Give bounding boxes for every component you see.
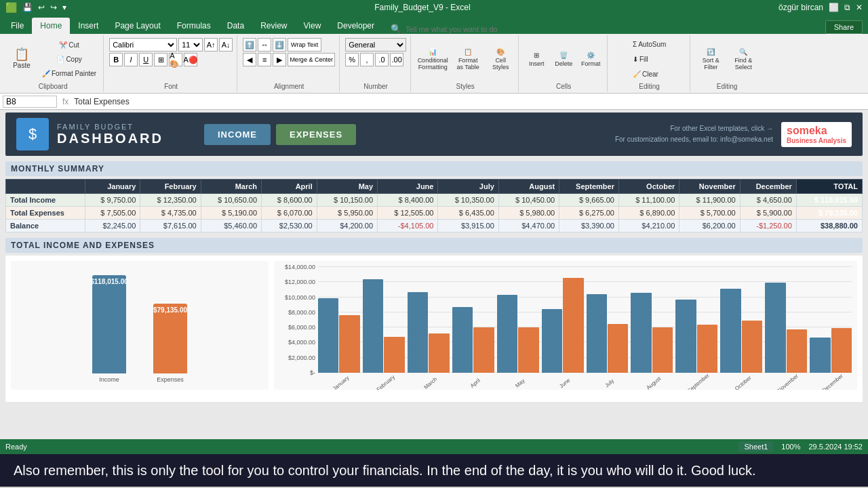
tab-review[interactable]: Review (252, 18, 295, 34)
cell-reference-input[interactable] (3, 96, 57, 108)
italic-button[interactable]: I (124, 53, 138, 66)
number-format-select[interactable]: General (345, 38, 406, 52)
data-cell[interactable]: $ 5,950.00 (317, 207, 377, 220)
font-color-button[interactable]: A🔴 (184, 53, 197, 66)
bold-button[interactable]: B (109, 53, 123, 66)
data-cell[interactable]: $ 5,190.00 (201, 207, 261, 220)
align-bottom-button[interactable]: ⬇️ (273, 38, 286, 52)
undo-icon[interactable]: ↩ (38, 3, 45, 12)
cut-button[interactable]: ✂️ Cut (39, 38, 99, 52)
merge-center-button[interactable]: Merge & Center (288, 53, 335, 66)
data-cell[interactable]: $ 79,135.00 (796, 207, 862, 220)
data-cell[interactable]: $4,200.00 (317, 220, 377, 232)
paste-button[interactable]: 📋 Paste (7, 38, 37, 79)
tab-home[interactable]: Home (32, 18, 70, 34)
data-cell[interactable]: $4,470.00 (498, 220, 559, 232)
font-grow-button[interactable]: A↑ (204, 38, 218, 52)
data-cell[interactable]: $ 5,900.00 (740, 207, 796, 220)
data-cell[interactable]: $ 11,100.00 (618, 194, 679, 207)
font-shrink-button[interactable]: A↓ (219, 38, 233, 52)
copy-button[interactable]: 📄 Copy (39, 52, 99, 66)
data-cell[interactable]: $ 6,070.00 (262, 207, 317, 220)
format-cells-button[interactable]: ⚙️ Format (578, 41, 603, 78)
sort-filter-button[interactable]: 🔃 Sort & Filter (696, 41, 726, 78)
tab-file[interactable]: File (3, 18, 32, 34)
align-top-button[interactable]: ⬆️ (243, 38, 256, 52)
percent-button[interactable]: % (345, 53, 359, 66)
data-cell[interactable]: $ 6,275.00 (559, 207, 619, 220)
tab-developer[interactable]: Developer (329, 18, 382, 34)
data-cell[interactable]: $ 5,980.00 (498, 207, 559, 220)
layout-icon[interactable]: ⬜ (829, 3, 839, 12)
data-cell[interactable]: $ 9,665.00 (559, 194, 619, 207)
data-cell[interactable]: $3,390.00 (559, 220, 619, 232)
share-button[interactable]: Share (825, 20, 863, 34)
find-select-button[interactable]: 🔍 Find & Select (728, 41, 758, 78)
tab-page-layout[interactable]: Page Layout (106, 18, 168, 34)
data-cell[interactable]: $ 12,350.00 (140, 194, 201, 207)
tab-formulas[interactable]: Formulas (169, 18, 219, 34)
tell-me-input[interactable] (406, 25, 528, 33)
data-cell[interactable]: $ 6,890.00 (618, 207, 679, 220)
data-cell[interactable]: $ 118,015.00 (796, 194, 862, 207)
align-middle-button[interactable]: ↔️ (258, 38, 271, 52)
sheet-tab[interactable]: Sheet1 (738, 441, 773, 452)
fill-button[interactable]: ⬇ Fill (630, 53, 651, 66)
autosum-button[interactable]: Σ AutoSum (630, 38, 669, 52)
formula-input[interactable] (74, 97, 865, 106)
fill-color-button[interactable]: A🎨 (169, 53, 182, 66)
table-row[interactable]: Total Income$ 9,750.00$ 12,350.00$ 10,65… (6, 194, 863, 207)
data-cell[interactable]: $7,615.00 (140, 220, 201, 232)
income-nav-button[interactable]: INCOME (204, 124, 271, 145)
data-cell[interactable]: $ 4,650.00 (740, 194, 796, 207)
tab-data[interactable]: Data (219, 18, 252, 34)
data-cell[interactable]: $6,200.00 (679, 220, 740, 232)
data-cell[interactable]: $ 10,450.00 (498, 194, 559, 207)
conditional-formatting-button[interactable]: 📊 Conditional Formatting (416, 41, 449, 78)
data-cell[interactable]: $38,880.00 (796, 220, 862, 232)
data-cell[interactable]: $ 10,350.00 (438, 194, 498, 207)
font-size-select[interactable]: 11 (178, 38, 203, 52)
data-cell[interactable]: $ 6,435.00 (438, 207, 498, 220)
data-cell[interactable]: $3,915.00 (438, 220, 498, 232)
data-cell[interactable]: $ 7,505.00 (85, 207, 140, 220)
restore-icon[interactable]: ⧉ (844, 3, 850, 12)
tab-insert[interactable]: Insert (70, 18, 106, 34)
table-row[interactable]: Balance$2,245.00$7,615.00$5,460.00$2,530… (6, 220, 863, 232)
data-cell[interactable]: $ 11,900.00 (679, 194, 740, 207)
data-cell[interactable]: $5,460.00 (201, 220, 261, 232)
format-painter-button[interactable]: 🖌️ Format Painter (39, 66, 99, 80)
data-cell[interactable]: $ 9,750.00 (85, 194, 140, 207)
align-center-button[interactable]: ≡ (258, 53, 271, 66)
font-family-select[interactable]: Calibri (109, 38, 177, 52)
close-icon[interactable]: ✕ (856, 3, 863, 12)
data-cell[interactable]: $4,210.00 (618, 220, 679, 232)
data-cell[interactable]: -$4,105.00 (378, 220, 438, 232)
data-cell[interactable]: $ 8,600.00 (262, 194, 317, 207)
data-cell[interactable]: $ 10,150.00 (317, 194, 377, 207)
increase-decimal-button[interactable]: .00 (390, 53, 403, 66)
insert-cells-button[interactable]: ⊞ Insert (524, 41, 549, 78)
data-cell[interactable]: $ 5,700.00 (679, 207, 740, 220)
redo-icon[interactable]: ↪ (50, 3, 57, 12)
cell-styles-button[interactable]: 🎨 Cell Styles (487, 41, 514, 78)
tab-view[interactable]: View (296, 18, 330, 34)
format-as-table-button[interactable]: 📋 Format as Table (452, 41, 484, 78)
decrease-decimal-button[interactable]: .0 (375, 53, 389, 66)
data-cell[interactable]: $ 12,505.00 (378, 207, 438, 220)
table-row[interactable]: Total Expenses$ 7,505.00$ 4,735.00$ 5,19… (6, 207, 863, 220)
clear-button[interactable]: 🧹 Clear (630, 67, 661, 81)
data-cell[interactable]: $2,245.00 (85, 220, 140, 232)
comma-button[interactable]: , (360, 53, 374, 66)
data-cell[interactable]: -$1,250.00 (740, 220, 796, 232)
data-cell[interactable]: $ 4,735.00 (140, 207, 201, 220)
underline-button[interactable]: U (139, 53, 153, 66)
align-left-button[interactable]: ◀ (243, 53, 256, 66)
save-icon[interactable]: 💾 (22, 3, 33, 12)
data-cell[interactable]: $2,530.00 (262, 220, 317, 232)
align-right-button[interactable]: ▶ (273, 53, 286, 66)
data-cell[interactable]: $ 10,650.00 (201, 194, 261, 207)
wrap-text-button[interactable]: Wrap Text (288, 38, 321, 52)
data-cell[interactable]: $ 8,400.00 (378, 194, 438, 207)
expenses-nav-button[interactable]: EXPENSES (276, 124, 356, 145)
